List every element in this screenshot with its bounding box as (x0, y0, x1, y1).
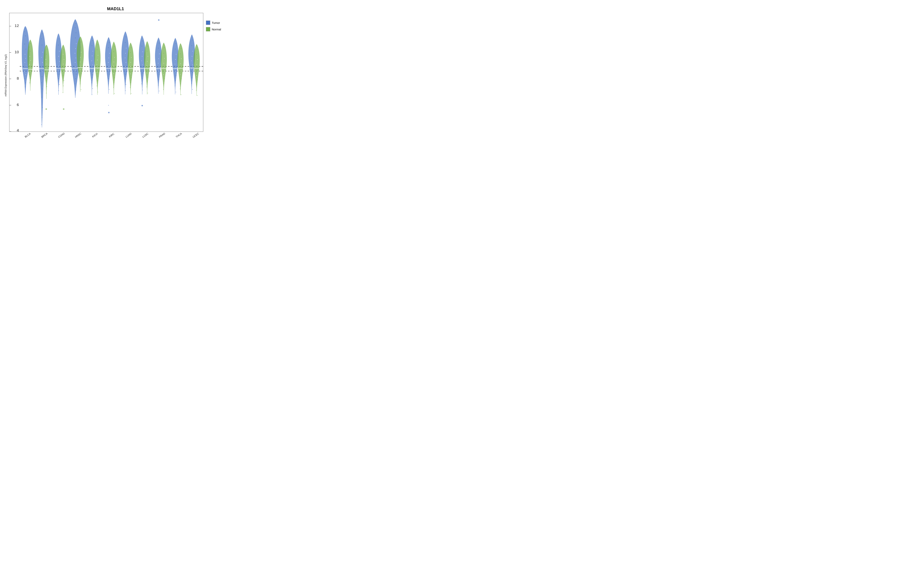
svg-rect-145 (98, 55, 98, 56)
svg-rect-300 (192, 89, 193, 90)
svg-rect-229 (147, 65, 147, 66)
svg-rect-101 (76, 32, 76, 33)
svg-rect-38 (29, 74, 30, 75)
svg-rect-131 (92, 51, 93, 52)
svg-rect-264 (176, 43, 176, 44)
svg-rect-109 (75, 70, 76, 70)
svg-rect-303 (197, 49, 197, 50)
svg-rect-291 (192, 45, 192, 46)
svg-rect-142 (97, 40, 97, 41)
svg-rect-189 (126, 62, 126, 63)
lusc-normal (144, 41, 150, 94)
svg-rect-281 (180, 68, 180, 68)
svg-rect-40 (29, 82, 30, 83)
svg-rect-52 (41, 82, 42, 83)
svg-rect-178 (114, 77, 115, 78)
svg-rect-202 (130, 66, 131, 67)
kirc-normal (111, 42, 117, 95)
svg-rect-47 (41, 57, 42, 58)
svg-rect-219 (142, 78, 142, 79)
legend: Tumor Normal (204, 13, 229, 141)
svg-rect-197 (130, 44, 131, 44)
svg-rect-225 (147, 46, 148, 46)
svg-rect-51 (42, 76, 42, 77)
svg-rect-283 (180, 74, 181, 75)
svg-rect-304 (196, 55, 197, 55)
svg-rect-138 (91, 82, 92, 83)
kirc-tumor (105, 37, 111, 113)
svg-rect-309 (196, 75, 197, 76)
svg-rect-216 (142, 64, 143, 65)
plot-area: 12 10 8 6 4 (9, 13, 203, 132)
svg-rect-108 (76, 66, 76, 67)
svg-rect-158 (109, 53, 110, 53)
brca-tumor (39, 29, 45, 127)
svg-rect-274 (176, 92, 176, 92)
svg-rect-247 (158, 85, 158, 85)
svg-rect-181 (114, 93, 115, 93)
svg-rect-19 (26, 58, 26, 59)
svg-rect-129 (92, 40, 93, 41)
svg-rect-96 (63, 109, 64, 110)
svg-rect-146 (97, 60, 98, 60)
svg-rect-46 (42, 52, 43, 53)
svg-rect-55 (42, 107, 43, 108)
blca-normal (27, 40, 33, 91)
svg-rect-123 (81, 73, 81, 74)
svg-rect-186 (126, 48, 126, 48)
svg-rect-77 (59, 61, 60, 62)
svg-rect-240 (159, 53, 160, 54)
svg-rect-198 (131, 47, 131, 48)
svg-rect-62 (45, 59, 46, 60)
svg-rect-157 (108, 47, 109, 48)
svg-rect-170 (113, 43, 114, 43)
svg-rect-135 (92, 69, 92, 69)
svg-rect-272 (175, 80, 176, 81)
svg-text:10: 10 (15, 50, 19, 54)
svg-rect-31 (29, 47, 30, 47)
svg-rect-248 (159, 91, 159, 91)
svg-rect-61 (46, 54, 47, 55)
svg-rect-18 (25, 54, 25, 55)
svg-rect-244 (158, 71, 158, 71)
svg-rect-175 (113, 66, 114, 66)
svg-rect-256 (163, 67, 164, 68)
svg-rect-239 (158, 48, 158, 48)
svg-rect-102 (75, 37, 76, 38)
svg-rect-164 (108, 79, 109, 79)
svg-rect-187 (125, 53, 126, 53)
svg-rect-289 (191, 35, 192, 36)
svg-rect-139 (92, 88, 93, 89)
svg-rect-100 (75, 27, 76, 28)
ucec-normal (194, 44, 200, 96)
svg-rect-261 (163, 89, 164, 90)
svg-rect-32 (30, 51, 31, 52)
svg-rect-68 (47, 86, 47, 87)
svg-rect-251 (163, 44, 164, 44)
svg-rect-269 (176, 68, 176, 68)
svg-rect-305 (197, 59, 198, 60)
svg-rect-95 (63, 92, 63, 93)
svg-rect-242 (158, 63, 158, 63)
svg-rect-270 (175, 71, 176, 72)
svg-rect-98 (75, 20, 75, 21)
svg-rect-230 (147, 69, 148, 69)
svg-rect-297 (192, 73, 193, 73)
svg-rect-174 (113, 62, 114, 62)
svg-rect-280 (180, 63, 181, 64)
svg-rect-177 (113, 73, 114, 74)
svg-rect-245 (159, 74, 160, 75)
svg-rect-258 (163, 74, 164, 75)
svg-rect-287 (181, 94, 181, 95)
svg-rect-118 (81, 52, 81, 53)
svg-rect-282 (181, 71, 181, 71)
svg-rect-104 (75, 48, 76, 49)
svg-rect-23 (24, 71, 25, 72)
svg-rect-166 (109, 89, 109, 90)
svg-rect-130 (92, 45, 92, 46)
svg-rect-81 (58, 79, 59, 79)
svg-rect-266 (176, 54, 176, 55)
svg-rect-56 (42, 117, 42, 118)
svg-rect-54 (42, 97, 42, 97)
svg-rect-284 (181, 79, 181, 79)
